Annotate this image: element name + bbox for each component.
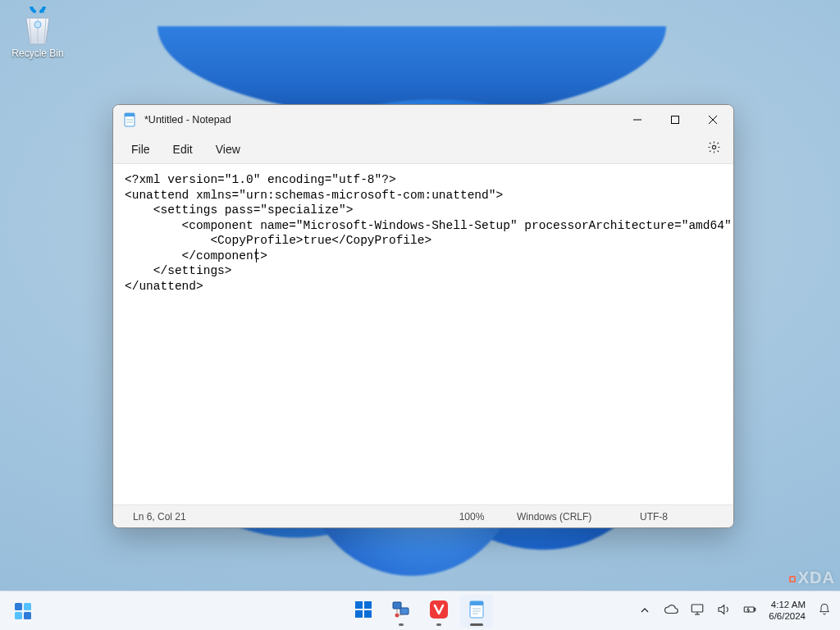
menu-view[interactable]: View [204,138,252,161]
svg-point-20 [395,613,399,617]
tray-overflow[interactable] [634,595,655,628]
status-zoom[interactable]: 100% [435,511,509,523]
clock-time: 4:12 AM [769,600,806,610]
notifications-button[interactable] [814,595,835,628]
notepad-app-icon [123,112,136,128]
close-button[interactable] [694,107,732,133]
monitor-network-icon [690,602,705,620]
svg-point-0 [34,21,41,28]
minimize-button[interactable] [619,107,656,133]
power-icon [742,602,757,620]
cloud-icon [664,602,678,620]
svg-rect-15 [364,601,372,609]
maximize-button[interactable] [656,107,694,133]
window-title: *Untitled - Notepad [144,114,231,126]
svg-rect-33 [754,608,756,610]
text-editor[interactable]: <?xml version="1.0" encoding="utf-8"?> <… [113,164,733,504]
statusbar: Ln 6, Col 21 100% Windows (CRLF) UTF-8 [113,504,733,527]
menu-edit[interactable]: Edit [162,138,204,161]
notepad-window: *Untitled - Notepad File Edit View <?xml… [112,104,734,528]
taskbar-app-notepad[interactable] [460,595,493,628]
taskbar-app-vivaldi[interactable] [422,595,455,628]
titlebar[interactable]: *Untitled - Notepad [113,105,733,135]
recycle-bin-label: Recycle Bin [7,48,69,59]
watermark: XDA [789,568,835,587]
svg-rect-25 [470,601,483,605]
menubar: File Edit View [113,135,733,164]
status-position: Ln 6, Col 21 [125,511,194,523]
widgets-button[interactable] [7,595,39,628]
bell-icon [818,603,831,619]
status-encoding: UTF-8 [632,511,722,523]
svg-rect-32 [744,607,754,612]
menu-file[interactable]: File [120,138,162,161]
speaker-icon [716,602,731,620]
svg-rect-6 [672,116,679,124]
svg-rect-11 [24,603,31,610]
windows-logo-icon [354,600,373,623]
recycle-bin-icon [18,7,57,46]
vivaldi-icon [429,600,449,623]
svg-rect-19 [400,608,409,614]
taskbar-clock[interactable]: 4:12 AM 6/6/2024 [765,600,809,621]
taskbar: 4:12 AM 6/6/2024 [0,591,840,630]
svg-rect-16 [355,610,363,618]
tray-volume[interactable] [713,595,734,628]
status-eol: Windows (CRLF) [509,511,632,523]
network-computers-icon [390,599,412,623]
settings-button[interactable] [701,136,727,162]
svg-rect-12 [15,612,22,619]
svg-point-9 [712,145,715,148]
chevron-up-icon [640,604,650,619]
start-button[interactable] [347,595,380,628]
svg-rect-23 [430,600,448,619]
svg-rect-10 [15,603,22,610]
tray-battery[interactable] [739,595,760,628]
svg-rect-14 [355,601,363,609]
recycle-bin[interactable]: Recycle Bin [7,7,69,59]
clock-date: 6/6/2024 [769,611,806,622]
tray-network[interactable] [687,595,708,628]
svg-line-22 [399,614,404,615]
svg-rect-17 [364,610,372,618]
gear-icon [707,140,721,158]
tray-onedrive[interactable] [660,595,682,628]
taskbar-app-network[interactable] [385,595,418,628]
svg-rect-13 [24,612,31,619]
notepad-icon [468,599,486,623]
svg-rect-18 [393,602,401,609]
svg-rect-2 [125,113,135,116]
svg-rect-29 [692,605,703,612]
